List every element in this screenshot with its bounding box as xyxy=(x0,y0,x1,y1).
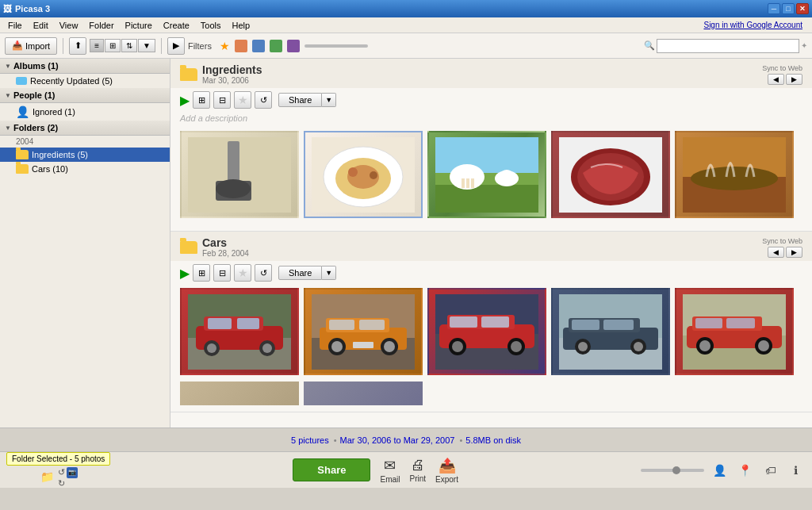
status-separator-2: • xyxy=(459,435,462,445)
sidebar-item-ingredients[interactable]: Ingredients (5) xyxy=(0,148,170,162)
play-slideshow-ingredients[interactable]: ▶ xyxy=(180,93,190,108)
print-action[interactable]: 🖨 Print xyxy=(409,457,426,483)
import-button[interactable]: 📥 Import xyxy=(5,37,57,55)
status-date-range: Mar 30, 2006 to Mar 29, 2007 xyxy=(340,435,455,445)
star-btn-ingredients[interactable]: ★ xyxy=(234,91,251,109)
photo-thumb-brush[interactable] xyxy=(180,131,299,218)
back-folder-button[interactable]: ⬆ xyxy=(69,37,86,55)
sync-btn-left-ingredients[interactable]: ◀ xyxy=(768,74,784,85)
folder-tooltip-container: Folder Selected - 5 photos 📁 ↺ ↻ 📷 xyxy=(6,452,110,489)
bottom-actions: Share ✉ Email 🖨 Print 📤 Export xyxy=(293,457,458,484)
filter-geo-icon[interactable] xyxy=(287,40,300,52)
photo-thumb-car5[interactable] xyxy=(675,288,794,375)
maximize-button[interactable]: □ xyxy=(782,3,795,14)
svg-rect-62 xyxy=(603,320,634,330)
email-action[interactable]: ✉ Email xyxy=(380,457,400,484)
rotate-cw-btn[interactable]: ↻ xyxy=(58,478,65,489)
thumbnail-view-btn-ingredients[interactable]: ⊞ xyxy=(193,91,210,109)
menu-tools[interactable]: Tools xyxy=(196,19,226,32)
share-dropdown-ingredients[interactable]: ▼ xyxy=(322,93,336,107)
bottom-left-area: Folder Selected - 5 photos 📁 ↺ ↻ 📷 xyxy=(6,452,110,489)
menu-create[interactable]: Create xyxy=(159,19,194,32)
rotate-btn-ingredients[interactable]: ↺ xyxy=(255,91,272,109)
export-action[interactable]: 📤 Export xyxy=(435,457,458,484)
sidebar-section-folders[interactable]: ▼ Folders (2) xyxy=(0,121,170,136)
sync-btn-left-cars[interactable]: ◀ xyxy=(768,247,784,258)
partial-photo-1[interactable] xyxy=(180,382,299,405)
more-view-button[interactable]: ▼ xyxy=(138,39,155,52)
photo-thumb-car2[interactable] xyxy=(304,288,423,375)
filter-star[interactable]: ★ xyxy=(220,40,230,52)
sidebar-item-cars[interactable]: Cars (10) xyxy=(0,162,170,176)
star-btn-cars[interactable]: ★ xyxy=(234,264,251,282)
album-title-area-cars: Cars Feb 28, 2004 xyxy=(180,236,249,258)
close-button[interactable]: ✕ xyxy=(796,3,809,14)
menu-file[interactable]: File xyxy=(3,19,27,32)
sync-btn-right-cars[interactable]: ▶ xyxy=(786,247,802,258)
rotate-btn-cars[interactable]: ↺ xyxy=(255,264,272,282)
big-share-button[interactable]: Share xyxy=(293,458,370,481)
filter-slider[interactable] xyxy=(304,44,368,48)
album-folder-icon-ingredients xyxy=(180,68,197,81)
album-title-info-cars: Cars Feb 28, 2004 xyxy=(202,236,249,258)
menu-view[interactable]: View xyxy=(55,19,83,32)
photo-thumb-car1[interactable] xyxy=(180,288,299,375)
menu-picture[interactable]: Picture xyxy=(121,19,157,32)
folders-collapse-icon: ▼ xyxy=(5,125,11,132)
photo-thumb-plate[interactable] xyxy=(304,131,423,218)
photo-thumb-cows[interactable] xyxy=(427,131,546,218)
menu-edit[interactable]: Edit xyxy=(29,19,53,32)
album-toolbar-cars: ▶ ⊞ ⊟ ★ ↺ Share ▼ xyxy=(170,261,812,285)
rotate-ccw-btn[interactable]: ↺ xyxy=(58,467,65,477)
filter-people-icon[interactable] xyxy=(235,40,247,52)
photo-thumb-car4[interactable] xyxy=(551,288,670,375)
list-view-button[interactable]: ≡ xyxy=(90,39,104,52)
photo-thumb-steam[interactable] xyxy=(675,131,794,218)
toolbar-separator-1 xyxy=(63,38,63,54)
table-view-btn-ingredients[interactable]: ⊟ xyxy=(213,91,231,109)
sync-to-web-label-ingredients: Sync to Web xyxy=(762,64,802,72)
description-ingredients[interactable]: Add a description xyxy=(170,112,812,128)
google-signin-link[interactable]: Sign in with Google Account xyxy=(703,21,809,29)
zoom-slider-container xyxy=(641,469,704,472)
sidebar-item-recently-updated[interactable]: Recently Updated (5) xyxy=(0,74,170,88)
photo-thumb-steak[interactable] xyxy=(551,131,670,218)
play-slideshow-cars[interactable]: ▶ xyxy=(180,266,190,281)
filter-upload-icon[interactable] xyxy=(252,40,265,52)
partial-photo-2[interactable] xyxy=(304,382,423,405)
search-input[interactable] xyxy=(657,39,799,53)
zoom-slider-thumb[interactable] xyxy=(672,466,680,474)
share-button-cars[interactable]: Share xyxy=(278,266,322,280)
bottom-tag-btn[interactable]: 🏷 xyxy=(761,461,780,480)
share-dropdown-cars[interactable]: ▼ xyxy=(322,266,336,280)
table-view-btn-cars[interactable]: ⊟ xyxy=(213,264,231,282)
menu-folder[interactable]: Folder xyxy=(84,19,118,32)
bottom-map-btn[interactable]: 📍 xyxy=(736,461,755,480)
sidebar-section-albums[interactable]: ▼ Albums (1) xyxy=(0,59,170,74)
menu-help[interactable]: Help xyxy=(228,19,255,32)
sidebar-section-people[interactable]: ▼ People (1) xyxy=(0,88,170,103)
svg-point-64 xyxy=(578,342,588,351)
bottom-info-btn[interactable]: ℹ xyxy=(787,461,806,480)
sidebar-item-ignored[interactable]: 👤 Ignored (1) xyxy=(0,103,170,121)
svg-point-43 xyxy=(331,341,343,352)
svg-rect-52 xyxy=(481,316,509,328)
share-button-ingredients[interactable]: Share xyxy=(278,93,322,107)
bottom-people-btn[interactable]: 👤 xyxy=(710,461,730,480)
thumbnail-view-btn-cars[interactable]: ⊞ xyxy=(193,264,210,282)
svg-rect-41 xyxy=(359,320,385,330)
view-toggle: ≡ ⊞ ⇅ ▼ xyxy=(90,39,155,52)
bottom-folder-icon-btn[interactable]: 📁 xyxy=(37,467,56,486)
sync-area-cars: Sync to Web ◀ ▶ xyxy=(762,237,802,258)
album-cars-header: Cars Feb 28, 2004 Sync to Web ◀ ▶ xyxy=(170,232,812,261)
filter-video-icon[interactable] xyxy=(270,40,282,52)
photo-thumb-car3[interactable] xyxy=(427,288,546,375)
slideshow-preview-button[interactable]: ▶ xyxy=(167,37,185,55)
album-ingredients-header: Ingredients Mar 30, 2006 Sync to Web ◀ ▶ xyxy=(170,59,812,88)
sort-button[interactable]: ⇅ xyxy=(121,39,137,52)
search-spinner: ✦ xyxy=(801,41,807,50)
sidebar-folders-label: Folders (2) xyxy=(13,123,58,132)
sync-btn-right-ingredients[interactable]: ▶ xyxy=(786,74,802,85)
grid-view-button[interactable]: ⊞ xyxy=(105,39,121,52)
minimize-button[interactable]: ─ xyxy=(768,3,780,14)
